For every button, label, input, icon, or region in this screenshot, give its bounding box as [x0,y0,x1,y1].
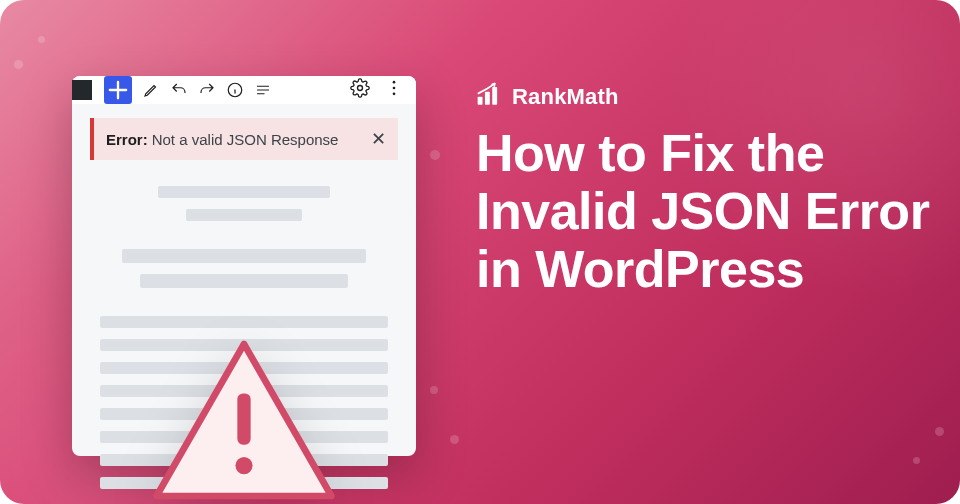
svg-rect-9 [492,87,497,105]
svg-point-4 [393,93,396,96]
gear-icon[interactable] [350,78,370,102]
hero-text: RankMath How to Fix the Invalid JSON Err… [476,82,960,299]
error-message: Not a valid JSON Response [152,131,339,148]
brand-name: RankMath [512,84,619,110]
redo-icon[interactable] [198,81,216,99]
wordpress-editor-mock: Error: Not a valid JSON Response ✕ [72,76,416,456]
svg-point-3 [393,87,396,90]
error-banner: Error: Not a valid JSON Response ✕ [90,118,398,160]
dots-icon[interactable] [384,78,404,102]
brand: RankMath [476,82,960,112]
rankmath-logo-icon [476,82,502,112]
pencil-icon[interactable] [142,81,160,99]
close-icon[interactable]: ✕ [371,128,386,150]
svg-rect-5 [237,393,250,444]
skeleton-line [158,186,331,198]
error-label: Error: [106,131,148,148]
list-icon[interactable] [254,81,272,99]
warning-triangle-icon [149,336,339,504]
svg-point-2 [393,81,396,84]
svg-rect-7 [478,97,483,105]
skeleton-line [140,274,347,288]
wordpress-logo [72,80,92,100]
svg-point-1 [358,86,363,91]
undo-icon[interactable] [170,81,188,99]
skeleton-line [100,316,388,328]
info-icon[interactable] [226,81,244,99]
skeleton-line [122,249,367,263]
svg-point-6 [235,457,252,474]
hero-headline: How to Fix the Invalid JSON Error in Wor… [476,124,960,299]
skeleton-line [186,209,301,221]
svg-rect-8 [485,92,490,105]
plus-icon [104,76,132,104]
editor-toolbar [72,76,416,104]
add-block-button[interactable] [104,76,132,104]
